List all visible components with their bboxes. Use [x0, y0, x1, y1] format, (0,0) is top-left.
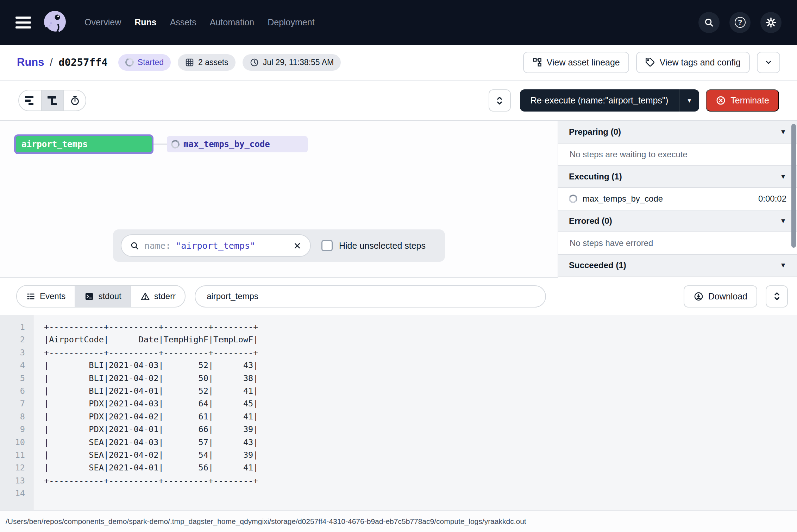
download-button[interactable]: Download: [684, 285, 757, 308]
up-down-carets-icon: [772, 291, 782, 301]
run-timestamp-badge: Jul 29, 11:38:55 AM: [243, 54, 341, 71]
run-actions-chevron-button[interactable]: [757, 52, 780, 73]
breadcrumb-runs-link[interactable]: Runs: [17, 56, 44, 69]
breadcrumb-separator: /: [50, 56, 53, 69]
asset-grid-icon: [185, 58, 194, 67]
step-duration: 0:00:02: [758, 194, 786, 204]
step-node-airport-temps[interactable]: airport_temps: [14, 134, 153, 154]
caret-down-icon: ▼: [780, 261, 786, 269]
view-mode-toggle: [18, 90, 86, 111]
search-icon: [130, 241, 139, 251]
log-line-numbers: 1234567891011121314: [0, 315, 33, 510]
caret-down-icon: ▼: [780, 217, 786, 225]
zoom-fit-button[interactable]: [489, 89, 511, 112]
stdout-log-viewer[interactable]: 1234567891011121314 +-----------+-------…: [0, 315, 797, 510]
warning-triangle-icon: [140, 292, 150, 301]
hide-unselected-steps-toggle[interactable]: Hide unselected steps: [321, 240, 426, 251]
step-search-input[interactable]: name: "airport_temps": [121, 234, 311, 257]
errored-empty-message: No steps have errored: [558, 232, 797, 254]
executing-spinner-icon: [170, 139, 180, 149]
nav-item-runs[interactable]: Runs: [134, 17, 157, 27]
preparing-empty-message: No steps are waiting to execute: [558, 144, 797, 165]
executing-step-row[interactable]: max_temps_by_code 0:00:02: [558, 188, 797, 210]
log-tabs: Events stdout stderr: [16, 285, 186, 308]
search-icon[interactable]: [698, 12, 720, 33]
view-asset-lineage-button[interactable]: View asset lineage: [523, 52, 629, 73]
run-status-badge: Started: [118, 54, 171, 71]
status-spinner-icon: [124, 57, 135, 68]
top-navbar: Overview Runs Assets Automation Deployme…: [0, 0, 797, 45]
chevron-down-icon: [764, 58, 773, 67]
stopwatch-icon: [70, 95, 80, 106]
caret-down-icon: ▼: [780, 173, 786, 180]
tab-stdout[interactable]: stdout: [75, 286, 130, 307]
menu-icon[interactable]: [15, 17, 31, 28]
run-toolbar: Re-execute (name:"airport_temps") ▾ Term…: [0, 81, 797, 120]
terminate-button[interactable]: Terminate: [706, 89, 779, 112]
view-tags-config-button[interactable]: View tags and config: [636, 52, 750, 73]
node-connector: [153, 144, 167, 145]
tab-events[interactable]: Events: [17, 286, 75, 307]
step-node-max-temps-by-code[interactable]: max_temps_by_code: [167, 136, 308, 152]
tab-stderr[interactable]: stderr: [131, 286, 185, 307]
hide-unselected-checkbox[interactable]: [321, 240, 333, 251]
terminate-x-icon: [716, 95, 726, 106]
reexecute-button[interactable]: Re-execute (name:"airport_temps") ▾: [520, 89, 699, 112]
clock-icon: [250, 58, 259, 67]
log-toolbar: Events stdout stderr: [0, 277, 797, 315]
terminal-icon: [84, 292, 94, 301]
panel-section-errored[interactable]: Errored (0) ▼: [558, 210, 797, 232]
nav-item-overview[interactable]: Overview: [84, 17, 121, 27]
expand-log-button[interactable]: [766, 285, 788, 308]
panel-section-executing[interactable]: Executing (1) ▼: [558, 165, 797, 188]
dagster-logo-icon[interactable]: [42, 9, 68, 36]
log-file-path: /Users/ben/repos/components_demo/spark-d…: [6, 517, 526, 526]
nav-item-deployment[interactable]: Deployment: [268, 17, 314, 27]
run-header: Runs / d0257ff4 Started 2 assets: [0, 45, 797, 81]
panel-scrollbar[interactable]: [791, 124, 796, 248]
events-list-icon: [26, 292, 36, 301]
executing-spinner-icon: [568, 194, 578, 204]
flat-view-icon: [25, 96, 36, 105]
run-id: d0257ff4: [58, 56, 108, 68]
assets-count-badge[interactable]: 2 assets: [178, 54, 236, 71]
step-filter-bar: name: "airport_temps" Hide unselected st…: [113, 229, 445, 262]
caret-down-icon: ▼: [780, 128, 786, 136]
breadcrumb: Runs / d0257ff4: [17, 56, 108, 69]
step-status-panel: Preparing (0) ▼ No steps are waiting to …: [558, 121, 797, 278]
panel-section-preparing[interactable]: Preparing (0) ▼: [558, 121, 797, 144]
lineage-icon: [532, 57, 542, 67]
nav-item-automation[interactable]: Automation: [210, 17, 254, 27]
log-step-filter-input[interactable]: [195, 285, 546, 308]
tag-icon: [645, 57, 655, 67]
waterfall-view-icon: [48, 96, 58, 105]
log-file-path-bar: /Users/ben/repos/components_demo/spark-d…: [0, 510, 797, 532]
settings-gear-icon[interactable]: [760, 12, 782, 33]
log-content: +-----------+----------+---------+------…: [33, 315, 797, 510]
panel-section-succeeded[interactable]: Succeeded (1) ▼: [558, 254, 797, 277]
run-gantt-region: airport_temps max_temps_by_code name: "a…: [0, 120, 797, 277]
clear-search-icon[interactable]: [293, 241, 302, 250]
nav-item-assets[interactable]: Assets: [170, 17, 196, 27]
view-mode-waterfall-button[interactable]: [41, 90, 63, 110]
help-icon[interactable]: ?: [729, 12, 751, 33]
view-mode-timing-button[interactable]: [63, 90, 86, 110]
reexecute-dropdown-caret[interactable]: ▾: [679, 89, 699, 112]
primary-nav: Overview Runs Assets Automation Deployme…: [84, 17, 315, 27]
view-mode-flat-button[interactable]: [19, 90, 41, 110]
up-down-carets-icon: [495, 96, 504, 106]
download-icon: [694, 291, 704, 302]
